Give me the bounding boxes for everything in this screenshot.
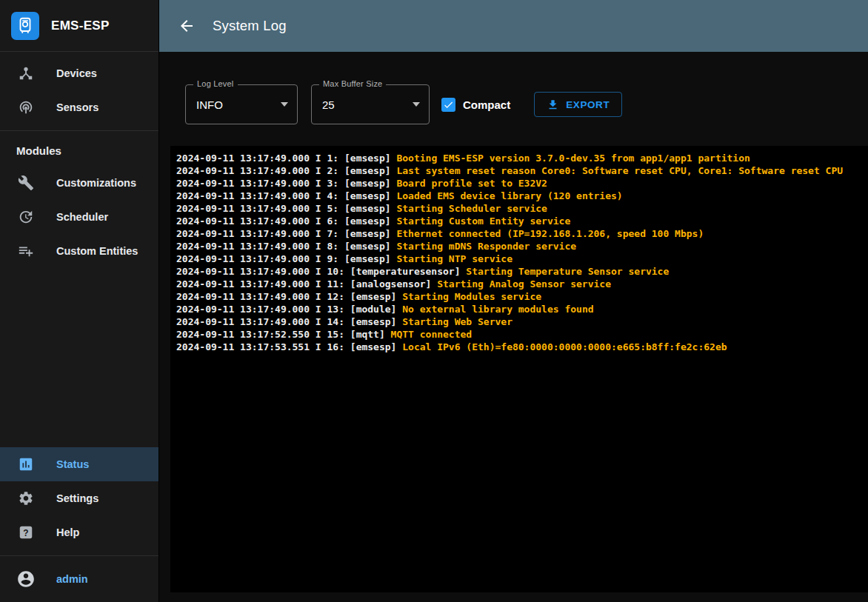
log-entry-meta: 2024-09-11 13:17:52.550 I 15: [mqtt] bbox=[176, 329, 391, 340]
log-entry-meta: 2024-09-11 13:17:49.000 I 5: [emsesp] bbox=[176, 203, 396, 214]
log-entry-meta: 2024-09-11 13:17:49.000 I 11: [analogsen… bbox=[176, 278, 437, 290]
sidebar-item-label: Custom Entities bbox=[56, 245, 138, 257]
log-entry: 2024-09-11 13:17:49.000 I 12: [emsesp] S… bbox=[176, 290, 862, 303]
system-log-output: 2024-09-11 13:17:49.000 I 1: [emsesp] Bo… bbox=[170, 146, 868, 592]
app-title: EMS-ESP bbox=[51, 19, 110, 33]
log-entry: 2024-09-11 13:17:53.551 I 16: [emsesp] L… bbox=[176, 341, 862, 353]
sidebar-item-label: Customizations bbox=[56, 177, 136, 189]
svg-text:?: ? bbox=[23, 528, 28, 538]
log-entry: 2024-09-11 13:17:49.000 I 3: [emsesp] Bo… bbox=[176, 177, 862, 190]
chevron-down-icon bbox=[281, 102, 288, 107]
log-entry-message: Starting Scheduler service bbox=[396, 203, 547, 214]
log-entry-message: Local IPv6 (Eth)=fe80:0000:0000:0000:e66… bbox=[402, 341, 727, 352]
log-entry-meta: 2024-09-11 13:17:49.000 I 10: [temperatu… bbox=[176, 266, 466, 277]
sidebar-item-status[interactable]: Status bbox=[0, 447, 158, 481]
log-entry: 2024-09-11 13:17:49.000 I 6: [emsesp] St… bbox=[176, 215, 862, 227]
sidebar-item-scheduler[interactable]: Scheduler bbox=[0, 200, 158, 234]
log-entry: 2024-09-11 13:17:49.000 I 8: [emsesp] St… bbox=[176, 240, 862, 252]
sensors-icon bbox=[18, 99, 34, 116]
log-entry-meta: 2024-09-11 13:17:49.000 I 13: [module] bbox=[176, 304, 402, 315]
log-entry-message: Starting Web Server bbox=[402, 316, 513, 327]
user-menu[interactable]: admin bbox=[0, 556, 158, 602]
log-entry-message: Starting mDNS Responder service bbox=[396, 241, 576, 252]
log-entry: 2024-09-11 13:17:49.000 I 5: [emsesp] St… bbox=[176, 202, 862, 215]
log-entry-message: Booting EMS-ESP version 3.7.0-dev.35 fro… bbox=[396, 153, 750, 164]
log-entry-meta: 2024-09-11 13:17:49.000 I 6: [emsesp] bbox=[176, 215, 396, 227]
log-entry-meta: 2024-09-11 13:17:49.000 I 1: [emsesp] bbox=[176, 153, 396, 164]
modules-section-title: Modules bbox=[0, 131, 158, 166]
account-circle-icon bbox=[16, 569, 36, 589]
compact-checkbox-label: Compact bbox=[463, 98, 510, 111]
sidebar-item-label: Sensors bbox=[56, 101, 99, 113]
log-entry: 2024-09-11 13:17:49.000 I 10: [temperatu… bbox=[176, 265, 862, 278]
log-entry-meta: 2024-09-11 13:17:49.000 I 4: [emsesp] bbox=[176, 190, 396, 201]
help-icon: ? bbox=[18, 524, 34, 541]
sidebar-item-settings[interactable]: Settings bbox=[0, 481, 158, 515]
sidebar-item-label: Devices bbox=[56, 67, 97, 79]
sidebar-item-help[interactable]: ? Help bbox=[0, 515, 158, 549]
log-entry-message: Starting Temperature Sensor service bbox=[466, 266, 669, 277]
log-entry: 2024-09-11 13:17:49.000 I 1: [emsesp] Bo… bbox=[176, 152, 862, 164]
log-entry: 2024-09-11 13:17:49.000 I 9: [emsesp] St… bbox=[176, 252, 862, 265]
max-buffer-size-select[interactable]: Max Buffer Size 25 bbox=[311, 84, 430, 124]
log-entry-message: Ethernet connected (IP=192.168.1.206, sp… bbox=[396, 228, 704, 239]
sidebar: EMS-ESP Devices Sensors Modules bbox=[0, 0, 159, 602]
device-hub-icon bbox=[18, 65, 34, 81]
log-level-select[interactable]: Log Level INFO bbox=[185, 84, 298, 124]
log-entry: 2024-09-11 13:17:49.000 I 7: [emsesp] Et… bbox=[176, 227, 862, 240]
sidebar-item-label: Scheduler bbox=[56, 211, 108, 223]
log-entry: 2024-09-11 13:17:52.550 I 15: [mqtt] MQT… bbox=[176, 328, 862, 341]
log-entry: 2024-09-11 13:17:49.000 I 13: [module] N… bbox=[176, 303, 862, 315]
app-logo bbox=[11, 12, 39, 40]
sidebar-item-custom-entities[interactable]: Custom Entities bbox=[0, 234, 158, 268]
sidebar-nav-bottom: Status Settings ? Help bbox=[0, 447, 158, 549]
download-icon bbox=[547, 98, 559, 111]
log-entry: 2024-09-11 13:17:49.000 I 2: [emsesp] La… bbox=[176, 164, 862, 177]
sidebar-spacer bbox=[0, 268, 158, 447]
log-entry-meta: 2024-09-11 13:17:49.000 I 9: [emsesp] bbox=[176, 253, 396, 264]
log-level-select-label: Log Level bbox=[193, 79, 238, 88]
boiler-logo-icon bbox=[16, 16, 35, 36]
back-button[interactable] bbox=[177, 16, 196, 36]
log-entry-meta: 2024-09-11 13:17:49.000 I 3: [emsesp] bbox=[176, 178, 396, 189]
playlist-add-icon bbox=[18, 243, 34, 259]
chevron-down-icon bbox=[413, 102, 420, 107]
log-entry-message: No external library modules found bbox=[402, 304, 593, 315]
log-entry-meta: 2024-09-11 13:17:53.551 I 16: [emsesp] bbox=[176, 341, 402, 352]
page-title: System Log bbox=[213, 18, 287, 34]
log-entry-meta: 2024-09-11 13:17:49.000 I 12: [emsesp] bbox=[176, 291, 402, 302]
max-buffer-size-select-value: 25 bbox=[322, 98, 413, 111]
sidebar-item-label: Settings bbox=[56, 492, 99, 504]
wrench-icon bbox=[18, 175, 34, 191]
log-entry: 2024-09-11 13:17:49.000 I 4: [emsesp] Lo… bbox=[176, 190, 862, 202]
sidebar-item-sensors[interactable]: Sensors bbox=[0, 90, 158, 124]
username-label: admin bbox=[56, 573, 88, 585]
compact-checkbox-wrap[interactable]: Compact bbox=[441, 98, 510, 112]
log-entry-meta: 2024-09-11 13:17:49.000 I 7: [emsesp] bbox=[176, 228, 396, 239]
log-entry-message: Last system reset reason Core0: Software… bbox=[396, 165, 843, 176]
sidebar-nav-modules: Customizations Scheduler Custom Entities bbox=[0, 166, 158, 268]
export-button-label: EXPORT bbox=[566, 99, 610, 110]
clock-update-icon bbox=[18, 209, 34, 225]
system-log-content: Log Level INFO Max Buffer Size 25 Compac… bbox=[159, 52, 868, 602]
log-entry-message: Starting Modules service bbox=[402, 291, 541, 302]
log-entry-message: MQTT connected bbox=[391, 329, 473, 340]
sidebar-item-label: Help bbox=[56, 526, 79, 538]
ems-esp-app: EMS-ESP Devices Sensors Modules bbox=[0, 0, 868, 602]
bar-chart-icon bbox=[18, 456, 34, 472]
main-area: System Log Log Level INFO Max Buffer Siz… bbox=[159, 0, 868, 602]
log-level-select-value: INFO bbox=[196, 98, 281, 111]
max-buffer-size-select-label: Max Buffer Size bbox=[319, 79, 386, 88]
sidebar-item-customizations[interactable]: Customizations bbox=[0, 166, 158, 200]
sidebar-nav-top: Devices Sensors bbox=[0, 52, 158, 124]
log-controls: Log Level INFO Max Buffer Size 25 Compac… bbox=[185, 84, 855, 124]
log-entry-message: Board profile set to E32V2 bbox=[396, 178, 547, 189]
compact-checkbox[interactable] bbox=[441, 98, 455, 112]
export-button[interactable]: EXPORT bbox=[534, 92, 622, 117]
arrow-left-icon bbox=[178, 17, 196, 35]
sidebar-item-devices[interactable]: Devices bbox=[0, 56, 158, 90]
gear-icon bbox=[18, 490, 34, 506]
check-icon bbox=[443, 99, 454, 110]
log-entry-meta: 2024-09-11 13:17:49.000 I 2: [emsesp] bbox=[176, 165, 396, 176]
log-entry-message: Starting Custom Entity service bbox=[396, 215, 570, 227]
